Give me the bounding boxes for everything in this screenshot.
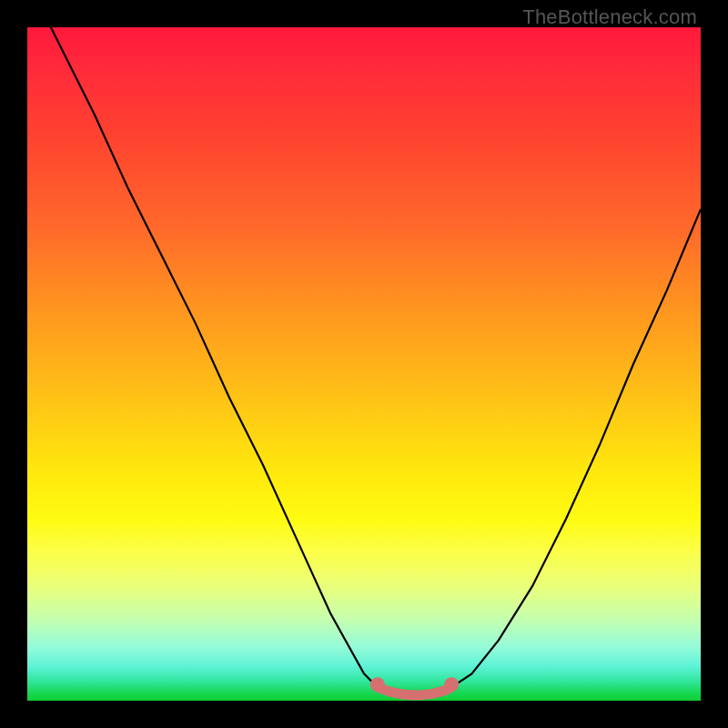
highlight-region (370, 677, 459, 695)
highlight-endpoint (444, 677, 459, 692)
highlight-path (378, 687, 451, 695)
watermark-text: TheBottleneck.com (522, 5, 697, 29)
plot-area (27, 27, 701, 701)
highlight-endpoint (370, 677, 385, 692)
curve-path (27, 0, 701, 694)
chart-frame: TheBottleneck.com (0, 0, 728, 728)
curve-line (27, 0, 701, 694)
chart-svg (27, 27, 701, 701)
